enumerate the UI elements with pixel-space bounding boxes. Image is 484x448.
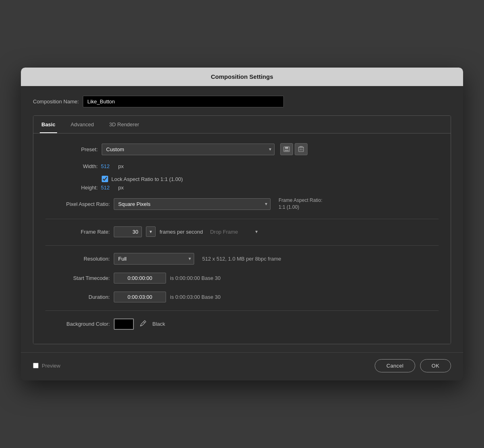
svg-rect-2	[285, 150, 289, 151]
lock-aspect-checkbox[interactable]	[102, 176, 108, 182]
duration-row: Duration: is 0:00:03:00 Base 30	[45, 292, 439, 302]
height-row: Height: 512 px	[45, 185, 439, 191]
comp-name-input[interactable]	[83, 96, 284, 107]
comp-name-row: Composition Name:	[33, 96, 451, 107]
pixel-aspect-select-wrapper: Square Pixels D1/DV NTSC (0.91) D1/DV PA…	[114, 198, 271, 210]
preset-select-wrapper: Custom HDTV 1080 24 HDTV 1080 25 HDTV 10…	[102, 144, 275, 155]
preview-label: Preview	[42, 363, 60, 369]
svg-rect-1	[285, 147, 288, 149]
lock-aspect-row: Lock Aspect Ratio to 1:1 (1.00)	[102, 176, 439, 182]
frame-aspect-label: Frame Aspect Ratio:	[279, 197, 322, 203]
bg-color-row: Background Color: Black	[45, 318, 439, 330]
pixel-aspect-select[interactable]: Square Pixels D1/DV NTSC (0.91) D1/DV PA…	[114, 198, 271, 210]
frame-rate-label: Frame Rate:	[45, 229, 110, 235]
resolution-row: Resolution: Full Half Third Quarter Cust…	[45, 253, 439, 265]
bg-color-swatch[interactable]	[114, 319, 134, 330]
comp-name-label: Composition Name:	[33, 99, 79, 105]
lock-aspect-label: Lock Aspect Ratio to 1:1 (1.00)	[111, 176, 183, 182]
tabs-panel: Basic Advanced 3D Renderer Preset:	[33, 115, 451, 344]
height-label: Height:	[45, 185, 98, 191]
frame-rate-unit: frames per second	[160, 229, 203, 235]
preset-select[interactable]: Custom HDTV 1080 24 HDTV 1080 25 HDTV 10…	[102, 144, 275, 155]
resolution-info: 512 x 512, 1.0 MB per 8bpc frame	[202, 256, 281, 262]
ok-button[interactable]: OK	[420, 359, 451, 372]
dialog-footer: Preview Cancel OK	[21, 352, 463, 380]
frame-aspect-value: 1:1 (1.00)	[279, 204, 299, 210]
drop-frame-select[interactable]: Drop Frame Non-Drop Frame	[207, 227, 261, 237]
dialog-body: Composition Name: Basic Advanced 3D Rend…	[21, 86, 463, 352]
width-label: Width:	[45, 163, 98, 169]
composition-settings-dialog: Composition Settings Composition Name: B…	[21, 68, 463, 380]
width-value[interactable]: 512	[101, 163, 115, 169]
start-timecode-row: Start Timecode: is 0:00:00:00 Base 30	[45, 273, 439, 284]
svg-point-9	[140, 325, 142, 326]
tabs-header: Basic Advanced 3D Renderer	[33, 116, 451, 134]
resolution-select-wrapper: Full Half Third Quarter Custom...	[114, 253, 194, 265]
frame-aspect-info: Frame Aspect Ratio: 1:1 (1.00)	[279, 197, 322, 211]
svg-rect-3	[299, 147, 304, 152]
footer-buttons: Cancel OK	[375, 359, 451, 372]
preset-buttons	[280, 143, 308, 155]
frame-rate-dropdown-button[interactable]: ▾	[146, 226, 156, 237]
pixel-aspect-label: Pixel Aspect Ratio:	[45, 201, 110, 207]
height-value[interactable]: 512	[101, 185, 115, 191]
height-unit: px	[118, 185, 124, 191]
duration-input[interactable]	[114, 292, 166, 302]
cancel-button[interactable]: Cancel	[375, 359, 415, 372]
preview-row: Preview	[33, 363, 60, 369]
frame-rate-row: Frame Rate: ▾ frames per second Drop Fra…	[45, 226, 439, 237]
duration-info: is 0:00:03:00 Base 30	[170, 294, 221, 300]
tab-content-basic: Preset: Custom HDTV 1080 24 HDTV 1080 25…	[33, 134, 451, 344]
eyedropper-button[interactable]	[138, 318, 148, 330]
resolution-select[interactable]: Full Half Third Quarter Custom...	[114, 253, 194, 265]
pixel-aspect-row: Pixel Aspect Ratio: Square Pixels D1/DV …	[45, 197, 439, 211]
start-timecode-input[interactable]	[114, 273, 166, 284]
tab-advanced[interactable]: Advanced	[69, 116, 96, 133]
preset-row: Preset: Custom HDTV 1080 24 HDTV 1080 25…	[45, 143, 439, 155]
dialog-backdrop: Composition Settings Composition Name: B…	[0, 0, 484, 448]
title-bar: Composition Settings	[21, 68, 463, 86]
start-timecode-label: Start Timecode:	[45, 275, 110, 281]
svg-line-8	[144, 322, 145, 323]
save-preset-button[interactable]	[280, 143, 293, 155]
bg-color-name: Black	[152, 321, 165, 327]
width-row: Width: 512 px	[45, 163, 439, 169]
bg-color-label: Background Color:	[45, 321, 110, 327]
drop-frame-wrapper: Drop Frame Non-Drop Frame	[207, 227, 261, 237]
delete-preset-button[interactable]	[295, 143, 308, 155]
tab-3d-renderer[interactable]: 3D Renderer	[108, 116, 141, 133]
tab-basic[interactable]: Basic	[40, 116, 57, 133]
resolution-label: Resolution:	[45, 256, 110, 262]
preset-label: Preset:	[45, 146, 98, 152]
dialog-title: Composition Settings	[211, 73, 273, 80]
preview-checkbox[interactable]	[33, 363, 39, 368]
frame-rate-input[interactable]	[114, 226, 142, 237]
width-unit: px	[118, 163, 124, 169]
start-timecode-info: is 0:00:00:00 Base 30	[170, 275, 221, 281]
duration-label: Duration:	[45, 294, 110, 300]
svg-rect-5	[300, 146, 302, 147]
